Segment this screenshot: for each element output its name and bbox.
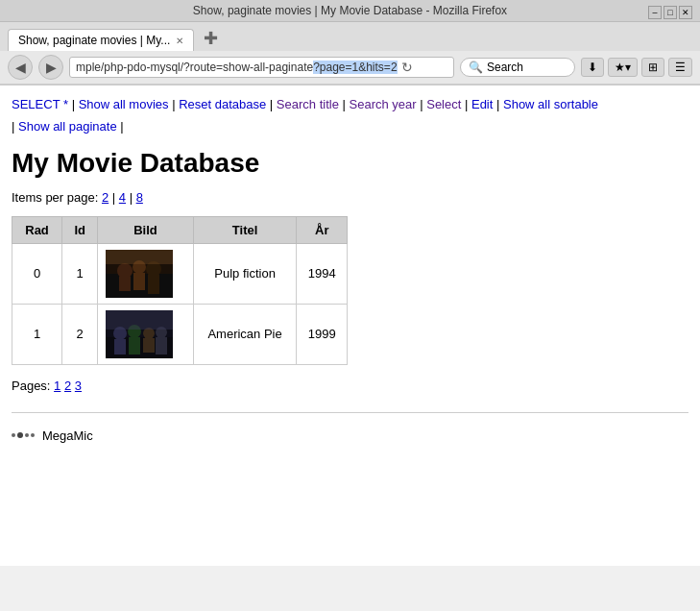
page-title: My Movie Database: [12, 148, 688, 179]
footer: MegaMic: [12, 423, 688, 449]
page-1-link[interactable]: 1: [54, 379, 60, 393]
dot-1: [12, 433, 15, 437]
forward-button[interactable]: ▶: [38, 55, 63, 80]
svg-rect-14: [129, 337, 140, 354]
reset-database-link[interactable]: Reset database: [179, 97, 266, 111]
browser-search-bar[interactable]: 🔍 Search: [460, 58, 575, 77]
page-3-link[interactable]: 3: [75, 379, 82, 393]
american-pie-thumbnail: [106, 310, 173, 358]
download-button[interactable]: ⬇: [581, 58, 604, 77]
dot-3: [25, 433, 29, 437]
col-titel: Titel: [193, 216, 297, 243]
maximize-button[interactable]: □: [664, 6, 677, 19]
col-ar: År: [297, 216, 348, 243]
svg-rect-18: [156, 337, 167, 354]
show-all-paginate-link[interactable]: Show all paginate: [18, 119, 117, 134]
row-thumbnail: [98, 304, 193, 364]
pulp-fiction-thumbnail: [106, 250, 173, 298]
svg-rect-16: [143, 338, 155, 353]
select-star-link[interactable]: SELECT *: [12, 97, 68, 111]
menu-button[interactable]: ☰: [668, 58, 692, 77]
table-row: 1 2: [12, 304, 348, 364]
url-prefix: mple/php-pdo-mysql/?route=show-all-pagin…: [76, 61, 313, 74]
page-2-link[interactable]: 2: [64, 379, 71, 393]
col-rad: Rad: [12, 216, 62, 243]
svg-rect-19: [106, 310, 173, 330]
row-title: American Pie: [193, 304, 297, 364]
url-highlight: ?page=1&hits=2: [313, 61, 397, 74]
close-button[interactable]: ✕: [679, 6, 692, 19]
items-per-page: Items per page: 2 | 4 | 8: [12, 190, 688, 205]
nav-links: SELECT * | Show all movies | Reset datab…: [12, 93, 688, 138]
pagination: Pages: 1 2 3: [12, 379, 688, 393]
per-page-4-link[interactable]: 4: [119, 190, 126, 205]
per-page-8-link[interactable]: 8: [136, 190, 143, 205]
col-id: Id: [62, 216, 98, 243]
col-bild: Bild: [98, 216, 193, 243]
movie-table: Rad Id Bild Titel År 0 1: [12, 216, 348, 365]
search-year-link[interactable]: Search year: [350, 97, 417, 111]
search-title-link[interactable]: Search title: [277, 97, 339, 111]
show-all-sortable-link[interactable]: Show all sortable: [503, 97, 598, 111]
search-placeholder: Search: [487, 61, 523, 74]
row-year: 1999: [297, 304, 348, 364]
brand-name: MegaMic: [42, 428, 93, 443]
forward-icon: ▶: [46, 60, 57, 75]
row-id: 1: [62, 243, 98, 304]
dot-4: [31, 433, 35, 437]
bookmark-button[interactable]: ★▾: [608, 58, 638, 77]
row-rad: 1: [12, 304, 62, 364]
svg-rect-5: [148, 275, 159, 294]
url-bar[interactable]: mple/php-pdo-mysql/?route=show-all-pagin…: [69, 57, 454, 78]
row-rad: 0: [12, 243, 62, 304]
dot-2: [17, 432, 23, 438]
svg-rect-3: [119, 277, 131, 291]
tab-label: Show, paginate movies | My...: [18, 34, 170, 47]
search-icon: 🔍: [469, 61, 483, 74]
minimize-button[interactable]: –: [648, 6, 662, 19]
svg-point-2: [117, 263, 133, 279]
svg-rect-8: [106, 250, 173, 264]
svg-rect-12: [114, 339, 126, 354]
show-all-movies-link[interactable]: Show all movies: [79, 97, 169, 111]
page-content: SELECT * | Show all movies | Reset datab…: [0, 86, 700, 566]
svg-rect-7: [133, 273, 145, 290]
items-per-page-label: Items per page:: [12, 190, 98, 205]
edit-link[interactable]: Edit: [471, 97, 493, 111]
row-id: 2: [62, 304, 98, 364]
tab-close-button[interactable]: ✕: [176, 36, 183, 46]
back-icon: ◀: [15, 60, 26, 75]
refresh-button[interactable]: ↻: [401, 60, 413, 75]
new-tab-button[interactable]: ✚: [198, 26, 224, 51]
row-year: 1994: [297, 243, 348, 304]
per-page-2-link[interactable]: 2: [102, 190, 109, 205]
select-link[interactable]: Select: [426, 97, 461, 111]
row-title: Pulp fiction: [193, 243, 297, 304]
active-tab[interactable]: Show, paginate movies | My... ✕: [8, 29, 194, 51]
table-row: 0 1: [12, 243, 348, 304]
brand-logo: [12, 432, 35, 438]
browser-title: Show, paginate movies | My Movie Databas…: [193, 4, 507, 17]
back-button[interactable]: ◀: [8, 55, 33, 80]
pages-label: Pages:: [12, 379, 50, 393]
tools-button[interactable]: ⊞: [641, 58, 664, 77]
footer-divider: [12, 412, 688, 413]
row-thumbnail: [98, 243, 193, 304]
